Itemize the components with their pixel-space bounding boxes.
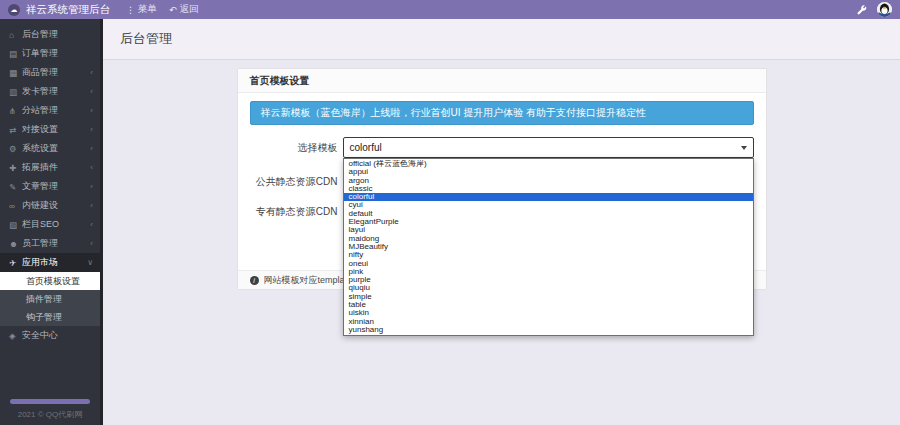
content-area: 首页模板设置 祥云新模板（蓝色海岸）上线啦，行业首创UI 提升用户体验 有助于支… bbox=[103, 68, 900, 290]
template-select-field: colorful official (祥云蓝色海岸)appuiargonclas… bbox=[343, 137, 754, 158]
sidebar-item-label: 应用市场 bbox=[22, 256, 87, 269]
dropdown-option[interactable]: xinnian bbox=[344, 318, 753, 326]
template-dropdown: official (祥云蓝色海岸)appuiargonclassiccolorf… bbox=[343, 158, 754, 336]
dropdown-option[interactable]: pink bbox=[344, 268, 753, 276]
chevron-left-icon: ‹ bbox=[90, 220, 93, 229]
dropdown-option[interactable]: colorful bbox=[344, 193, 753, 201]
dropdown-option[interactable]: default bbox=[344, 210, 753, 218]
topbar: ☁ 祥云系统管理后台 ⋮ 菜单 ↶ 返回 bbox=[0, 0, 900, 19]
market-icon: ✈ bbox=[9, 258, 22, 268]
sidebar-progress-bar bbox=[10, 399, 90, 404]
sidebar-item-label: 文章管理 bbox=[22, 180, 90, 193]
chevron-left-icon: ‹ bbox=[90, 163, 93, 172]
sidebar-item-label: 订单管理 bbox=[22, 47, 93, 60]
dropdown-option[interactable]: uiskin bbox=[344, 309, 753, 317]
dropdown-option[interactable]: yunshang bbox=[344, 326, 753, 334]
sidebar-subitem[interactable]: 插件管理 bbox=[0, 290, 100, 308]
sidebar-item-links[interactable]: ∞内链建设‹ bbox=[0, 196, 100, 215]
dropdown-option[interactable]: cyui bbox=[344, 201, 753, 209]
sidebar-footer: 2021 © QQ代刷网 bbox=[0, 399, 100, 420]
dropdown-option[interactable]: purple bbox=[344, 276, 753, 284]
seo-icon: ▧ bbox=[9, 220, 22, 230]
staff-icon: ☻ bbox=[9, 239, 22, 249]
public-cdn-label: 公共静态资源CDN bbox=[250, 175, 338, 189]
chevron-left-icon: ‹ bbox=[90, 182, 93, 191]
shield-icon: ◈ bbox=[9, 331, 22, 341]
menu-button[interactable]: ⋮ 菜单 bbox=[126, 3, 157, 16]
sidebar-item-seo[interactable]: ▧栏目SEO‹ bbox=[0, 215, 100, 234]
dropdown-option[interactable]: simple bbox=[344, 293, 753, 301]
sidebar-item-label: 内链建设 bbox=[22, 199, 90, 212]
chevron-down-icon bbox=[741, 146, 747, 150]
wrench-icon[interactable] bbox=[857, 5, 867, 15]
chevron-down-icon: ∨ bbox=[87, 258, 93, 267]
sidebar-item-orders[interactable]: ▤订单管理 bbox=[0, 44, 100, 63]
dropdown-option[interactable]: maidong bbox=[344, 235, 753, 243]
sidebar-copyright: 2021 © QQ代刷网 bbox=[0, 409, 100, 420]
dropdown-option[interactable]: classic bbox=[344, 185, 753, 193]
template-select[interactable]: colorful bbox=[343, 137, 754, 158]
order-list-icon: ▤ bbox=[9, 49, 22, 59]
sidebar-item-label: 对接设置 bbox=[22, 123, 90, 136]
app-window: ☁ 祥云系统管理后台 ⋮ 菜单 ↶ 返回 ⌂后台管理▤订单管理▦商品管理‹▥发卡… bbox=[0, 0, 900, 425]
sidebar-item-staff[interactable]: ☻员工管理‹ bbox=[0, 234, 100, 253]
sidebar-item-cards[interactable]: ▥发卡管理‹ bbox=[0, 82, 100, 101]
chevron-left-icon: ‹ bbox=[90, 144, 93, 153]
private-cdn-label: 专有静态资源CDN bbox=[250, 205, 338, 219]
sidebar-item-security[interactable]: ◈安全中心 bbox=[0, 326, 100, 345]
sidebar-item-plugins[interactable]: ✚拓展插件‹ bbox=[0, 158, 100, 177]
sidebar-item-label: 员工管理 bbox=[22, 237, 90, 250]
chevron-left-icon: ‹ bbox=[90, 87, 93, 96]
sidebar-item-label: 系统设置 bbox=[22, 142, 90, 155]
sidebar-item-articles[interactable]: ✎文章管理‹ bbox=[0, 177, 100, 196]
dock-icon: ⇄ bbox=[9, 125, 22, 135]
dropdown-option[interactable]: oneui bbox=[344, 260, 753, 268]
menu-icon: ⋮ bbox=[126, 5, 135, 15]
sidebar-item-market[interactable]: ✈应用市场∨ bbox=[0, 253, 100, 272]
menu-button-label: 菜单 bbox=[138, 3, 157, 16]
dropdown-option[interactable]: argon bbox=[344, 177, 753, 185]
user-avatar[interactable] bbox=[877, 2, 892, 17]
chevron-left-icon: ‹ bbox=[90, 201, 93, 210]
announcement-alert: 祥云新模板（蓝色海岸）上线啦，行业首创UI 提升用户体验 有助于支付接口提升稳定… bbox=[250, 101, 754, 125]
main-area: 后台管理 首页模板设置 祥云新模板（蓝色海岸）上线啦，行业首创UI 提升用户体验… bbox=[103, 19, 900, 425]
back-icon: ↶ bbox=[169, 5, 177, 15]
gear-icon: ⚙ bbox=[9, 144, 22, 154]
sidebar-item-label: 安全中心 bbox=[22, 329, 93, 342]
dropdown-option[interactable]: official (祥云蓝色海岸) bbox=[344, 160, 753, 168]
dropdown-option[interactable]: qiuqiu bbox=[344, 284, 753, 292]
sidebar-item-goods[interactable]: ▦商品管理‹ bbox=[0, 63, 100, 82]
goods-icon: ▦ bbox=[9, 68, 22, 78]
sidebar-subitem[interactable]: 钩子管理 bbox=[0, 308, 100, 326]
chevron-left-icon: ‹ bbox=[90, 239, 93, 248]
form-row-template: 选择模板 colorful official (祥云蓝色海岸)appuiargo… bbox=[250, 137, 754, 158]
dropdown-option[interactable]: layui bbox=[344, 226, 753, 234]
back-button[interactable]: ↶ 返回 bbox=[169, 3, 199, 16]
dropdown-option[interactable]: ElegantPurple bbox=[344, 218, 753, 226]
card-icon: ▥ bbox=[9, 87, 22, 97]
sidebar-item-system[interactable]: ⚙系统设置‹ bbox=[0, 139, 100, 158]
dropdown-option[interactable]: appui bbox=[344, 168, 753, 176]
app-title[interactable]: 祥云系统管理后台 bbox=[26, 3, 110, 17]
template-select-value: colorful bbox=[350, 142, 382, 153]
dropdown-option[interactable]: MJBeautify bbox=[344, 243, 753, 251]
chevron-left-icon: ‹ bbox=[90, 125, 93, 134]
sidebar-item-branches[interactable]: ⋔分站管理‹ bbox=[0, 101, 100, 120]
page-title: 后台管理 bbox=[120, 30, 172, 48]
dropdown-option[interactable]: nifty bbox=[344, 251, 753, 259]
card-body: 祥云新模板（蓝色海岸）上线啦，行业首创UI 提升用户体验 有助于支付接口提升稳定… bbox=[238, 93, 766, 270]
app-logo-icon[interactable]: ☁ bbox=[8, 4, 20, 16]
template-settings-card: 首页模板设置 祥云新模板（蓝色海岸）上线啦，行业首创UI 提升用户体验 有助于支… bbox=[237, 68, 767, 290]
chevron-left-icon: ‹ bbox=[90, 106, 93, 115]
sidebar-item-dashboard[interactable]: ⌂后台管理 bbox=[0, 25, 100, 44]
sidebar-menu: ⌂后台管理▤订单管理▦商品管理‹▥发卡管理‹⋔分站管理‹⇄对接设置‹⚙系统设置‹… bbox=[0, 19, 100, 345]
plugin-icon: ✚ bbox=[9, 163, 22, 173]
sidebar-item-label: 栏目SEO bbox=[22, 218, 90, 231]
home-icon: ⌂ bbox=[9, 30, 22, 40]
sidebar-item-label: 后台管理 bbox=[22, 28, 93, 41]
sidebar-item-docking[interactable]: ⇄对接设置‹ bbox=[0, 120, 100, 139]
sidebar-item-label: 分站管理 bbox=[22, 104, 90, 117]
dropdown-option[interactable]: table bbox=[344, 301, 753, 309]
sidebar-submenu: 首页模板设置插件管理钩子管理 bbox=[0, 272, 100, 326]
sidebar-subitem[interactable]: 首页模板设置 bbox=[0, 272, 100, 290]
